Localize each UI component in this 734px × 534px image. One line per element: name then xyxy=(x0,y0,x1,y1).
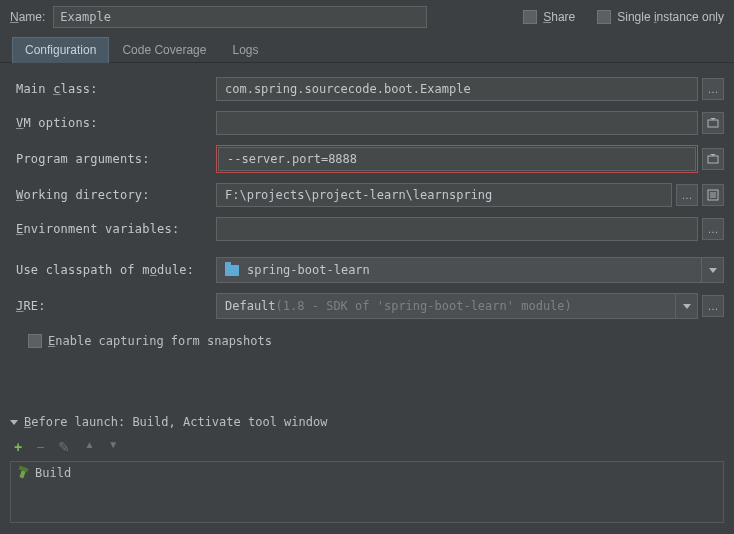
move-up-button[interactable]: ▲ xyxy=(84,439,94,455)
program-args-highlight: --server.port=8888 xyxy=(216,145,698,173)
jre-value-prefix: Default xyxy=(225,299,276,313)
tab-code-coverage[interactable]: Code Coverage xyxy=(109,37,219,63)
enable-capturing-label: nable capturing form snapshots xyxy=(55,334,272,348)
expand-button[interactable] xyxy=(702,148,724,170)
before-launch-header[interactable]: Before launch: Build, Activate tool wind… xyxy=(0,409,734,439)
task-build[interactable]: Build xyxy=(17,466,71,480)
add-task-button[interactable]: + xyxy=(14,439,22,455)
list-icon xyxy=(707,189,719,201)
checkbox-box-icon xyxy=(597,10,611,24)
classpath-dropdown[interactable]: spring-boot-learn xyxy=(216,257,724,283)
jre-label: JRE: xyxy=(16,299,216,313)
env-vars-label: Environment variables: xyxy=(16,222,216,236)
expand-icon xyxy=(707,153,719,165)
collapse-icon xyxy=(10,420,18,425)
svg-rect-1 xyxy=(708,156,718,163)
working-dir-field[interactable]: F:\projects\project-learn\learnspring xyxy=(216,183,672,207)
classpath-value: spring-boot-learn xyxy=(247,263,370,277)
before-launch-title: efore launch: Build, Activate tool windo… xyxy=(31,415,327,429)
tab-strip: Configuration Code Coverage Logs xyxy=(0,36,734,63)
single-instance-checkbox[interactable]: Single instance only xyxy=(597,10,724,24)
single-instance-label: nstance only xyxy=(657,10,724,24)
checkbox-box-icon xyxy=(28,334,42,348)
hammer-icon xyxy=(17,467,29,479)
expand-button[interactable] xyxy=(702,112,724,134)
move-down-button[interactable]: ▼ xyxy=(108,439,118,455)
env-vars-field[interactable] xyxy=(216,217,698,241)
jre-value-suffix: (1.8 - SDK of 'spring-boot-learn' module… xyxy=(276,299,572,313)
working-dir-label: Working directory: xyxy=(16,188,216,202)
browse-button[interactable]: … xyxy=(702,218,724,240)
browse-button[interactable]: … xyxy=(676,184,698,206)
folder-icon xyxy=(225,265,239,276)
tab-logs[interactable]: Logs xyxy=(219,37,271,63)
browse-button[interactable]: … xyxy=(702,78,724,100)
share-checkbox[interactable]: Share xyxy=(523,10,575,24)
chevron-down-icon xyxy=(683,304,691,309)
name-label: Name: xyxy=(10,10,45,24)
dropdown-arrow xyxy=(701,257,723,283)
chevron-down-icon xyxy=(709,268,717,273)
enable-capturing-checkbox[interactable]: Enable capturing form snapshots xyxy=(28,334,272,348)
jre-dropdown[interactable]: Default (1.8 - SDK of 'spring-boot-learn… xyxy=(216,293,698,319)
dropdown-arrow xyxy=(675,293,697,319)
vm-options-field[interactable] xyxy=(216,111,698,135)
name-input[interactable] xyxy=(53,6,427,28)
task-build-label: Build xyxy=(35,466,71,480)
classpath-label: Use classpath of module: xyxy=(16,263,216,277)
before-launch-task-list[interactable]: Build xyxy=(10,461,724,523)
main-class-field[interactable]: com.spring.sourcecode.boot.Example xyxy=(216,77,698,101)
remove-task-button[interactable]: − xyxy=(36,439,44,455)
program-args-label: Program arguments: xyxy=(16,152,216,166)
share-label: hare xyxy=(551,10,575,24)
edit-task-button[interactable]: ✎ xyxy=(58,439,70,455)
main-class-label: Main class: xyxy=(16,82,216,96)
expand-icon xyxy=(707,117,719,129)
tab-configuration[interactable]: Configuration xyxy=(12,37,109,63)
list-button[interactable] xyxy=(702,184,724,206)
browse-button[interactable]: … xyxy=(702,295,724,317)
program-args-field[interactable]: --server.port=8888 xyxy=(218,147,696,171)
svg-rect-0 xyxy=(708,120,718,127)
checkbox-box-icon xyxy=(523,10,537,24)
vm-options-label: VM options: xyxy=(16,116,216,130)
